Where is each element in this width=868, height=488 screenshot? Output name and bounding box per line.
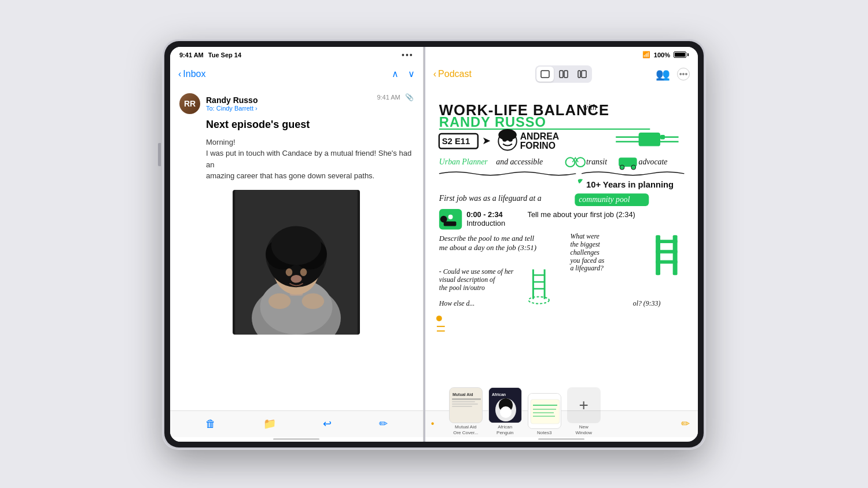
split-view: 9:41 AM Tue Sep 14 ••• ‹ Inbox ∧ ∨ (170, 47, 698, 442)
svg-text:Introduction: Introduction (466, 219, 505, 228)
svg-text:Tell me about your first job (: Tell me about your first job (2:34) (527, 210, 635, 218)
svg-text:10+ Years in planning: 10+ Years in planning (586, 179, 674, 189)
home-indicator-right (425, 437, 698, 442)
svg-point-31 (498, 129, 517, 141)
battery-percent: 100% (654, 52, 670, 58)
avatar: RR (179, 93, 200, 114)
svg-text:What were: What were (570, 232, 599, 240)
svg-text:me about a day on the job (3:5: me about a day on the job (3:51) (439, 243, 536, 251)
svg-text:ol? (9:33): ol? (9:33) (633, 299, 661, 307)
app-thumb-label-mutual-aid: Mutual AidOre Cover... (453, 424, 478, 435)
svg-text:How else d...: How else d... (439, 299, 475, 307)
svg-rect-19 (578, 71, 580, 78)
svg-text:you faced as: you faced as (569, 256, 604, 264)
notes-nav-bar: ‹ Podcast (425, 63, 698, 85)
mail-subject: Next episode's guest (179, 119, 414, 131)
svg-point-41 (576, 157, 585, 167)
view-sidebar-button[interactable] (573, 67, 591, 82)
svg-text:RANDY RUSSO: RANDY RUSSO (439, 115, 546, 130)
notes-edit-icon[interactable]: ✏ (681, 417, 690, 430)
svg-text:advocate: advocate (638, 157, 667, 166)
app-thumb-african-penguin[interactable]: African AfricanPenguin (488, 387, 523, 435)
svg-text:➤: ➤ (481, 134, 490, 146)
mail-nav-bar: ‹ Inbox ∧ ∨ (170, 63, 423, 85)
attachment-icon: 📎 (405, 93, 414, 101)
app-thumb-label-african-penguin: AfricanPenguin (496, 424, 513, 435)
svg-rect-89 (452, 406, 472, 407)
view-toggle (535, 65, 592, 83)
svg-point-53 (448, 214, 453, 219)
compose-icon[interactable]: ✏ (379, 417, 388, 430)
sender-to: To: Cindy Barrett › (206, 105, 258, 112)
mail-panel: 9:41 AM Tue Sep 14 ••• ‹ Inbox ∧ ∨ (170, 47, 424, 442)
more-options-icon[interactable]: ••• (677, 68, 690, 80)
email-image (233, 190, 360, 335)
svg-rect-87 (452, 401, 475, 402)
status-dots: ••• (402, 50, 414, 60)
svg-rect-17 (560, 71, 563, 78)
down-arrow-icon[interactable]: ∨ (408, 68, 415, 79)
body-line1: Morning! (206, 137, 414, 148)
notes-panel: 📶 100% ‹ Podcast (425, 47, 698, 442)
svg-text:Mutual Aid: Mutual Aid (453, 392, 473, 397)
svg-text:visual description of: visual description of (439, 276, 496, 284)
app-thumb-label-notes3: Notes3 (537, 430, 551, 436)
battery-icon (674, 52, 689, 58)
up-arrow-icon[interactable]: ∧ (392, 68, 399, 79)
svg-point-10 (271, 226, 322, 265)
view-split-button[interactable] (555, 67, 572, 82)
svg-point-78 (528, 296, 549, 303)
reply-icon[interactable]: ↩ (323, 417, 332, 430)
mail-body: Morning! I was put in touch with Candace… (179, 137, 414, 182)
app-thumb-new-window[interactable]: + NewWindow (567, 387, 601, 435)
notes-back-button[interactable]: ‹ Podcast (433, 69, 472, 79)
app-thumb-label-new-window: NewWindow (576, 424, 592, 435)
mail-time: 9:41 AM (377, 94, 400, 101)
app-thumb-add-icon: + (567, 387, 601, 423)
svg-rect-54 (443, 221, 456, 226)
app-thumb-img-notes3 (528, 393, 561, 429)
svg-text:transit: transit (586, 157, 608, 166)
app-thumb-mutual-aid[interactable]: Mutual Aid Mutual AidOre Cover... (448, 387, 483, 435)
ipad-device: 9:41 AM Tue Sep 14 ••• ‹ Inbox ∧ ∨ (162, 39, 706, 450)
split-divider[interactable] (424, 47, 425, 442)
svg-text:0:00 - 2:34: 0:00 - 2:34 (466, 210, 503, 218)
svg-text:and accessible: and accessible (496, 157, 543, 166)
notes-status-bar: 📶 100% (425, 47, 698, 63)
svg-text:First job was as a lifeguard a: First job was as a lifeguard at a (439, 194, 542, 203)
mail-nav-arrows: ∧ ∨ (392, 68, 415, 79)
svg-point-15 (302, 293, 324, 309)
mail-back-button[interactable]: ‹ Inbox (178, 69, 205, 79)
svg-point-40 (565, 157, 575, 167)
mail-status-bar: 9:41 AM Tue Sep 14 ••• (170, 47, 423, 63)
body-line2: I was put in touch with Candace by a mut… (206, 148, 414, 170)
trash-icon[interactable]: 🗑 (205, 418, 216, 430)
svg-point-44 (620, 165, 624, 170)
notes-back-label: Podcast (438, 69, 472, 79)
svg-rect-68 (656, 249, 677, 253)
view-single-button[interactable] (536, 67, 554, 82)
body-line3: amazing career that has gone down severa… (206, 170, 414, 182)
svg-point-94 (500, 406, 512, 418)
svg-rect-20 (582, 71, 586, 78)
svg-text:ANDREA: ANDREA (520, 131, 558, 141)
back-label: Inbox (183, 69, 205, 79)
svg-rect-86 (452, 398, 481, 400)
svg-text:Urban Planner: Urban Planner (439, 157, 488, 166)
svg-rect-96 (531, 399, 560, 424)
notes-toolbar-right: 👥 ••• (656, 67, 690, 81)
svg-rect-69 (656, 260, 677, 263)
svg-text:African: African (492, 392, 506, 397)
svg-rect-37 (660, 134, 665, 139)
sender-details: Randy Russo To: Cindy Barrett › (206, 96, 258, 112)
app-thumb-notes3[interactable]: Notes3 (527, 393, 562, 436)
volume-button[interactable] (158, 143, 161, 166)
wifi-icon: 📶 (642, 51, 650, 58)
svg-text:Describe the pool to me and te: Describe the pool to me and tell (439, 234, 535, 243)
people-icon[interactable]: 👥 (656, 67, 670, 81)
mail-meta: 9:41 AM 📎 (377, 93, 413, 101)
svg-rect-88 (452, 403, 478, 405)
svg-point-13 (291, 275, 302, 282)
svg-text:with: with (583, 102, 597, 111)
folder-icon[interactable]: 📁 (263, 417, 276, 430)
